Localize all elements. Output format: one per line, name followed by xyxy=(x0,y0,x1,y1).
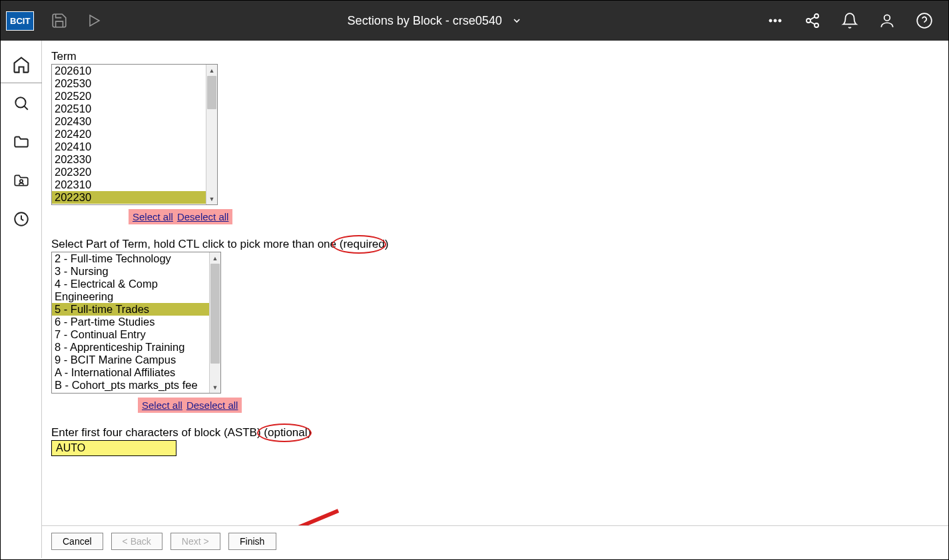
term-scrollbar[interactable]: ▲ ▼ xyxy=(206,65,217,204)
sidebar-user-folder[interactable] xyxy=(1,162,42,199)
back-button: < Back xyxy=(111,533,162,550)
svg-marker-0 xyxy=(90,15,99,26)
page-title-wrap[interactable]: Sections by Block - crse0540 xyxy=(103,14,766,28)
term-option[interactable]: 202530 xyxy=(52,77,206,90)
pot-option[interactable]: 7 - Continual Entry xyxy=(52,328,209,341)
svg-point-6 xyxy=(814,23,818,27)
pot-scrollbar[interactable]: ▲ ▼ xyxy=(209,252,220,393)
svg-point-14 xyxy=(19,180,22,182)
svg-point-2 xyxy=(774,19,777,22)
scroll-up-icon[interactable]: ▲ xyxy=(206,65,217,76)
term-option[interactable]: 202430 xyxy=(52,115,206,128)
pot-option[interactable]: B - Cohort_pts marks_pts fee rules xyxy=(52,379,209,393)
term-option[interactable]: 202610 xyxy=(52,65,206,77)
sidebar-search[interactable] xyxy=(1,85,42,122)
svg-point-12 xyxy=(15,97,25,107)
play-icon[interactable] xyxy=(85,11,103,30)
scroll-down-icon[interactable]: ▼ xyxy=(206,193,217,204)
block-label: Enter first four characters of block (AS… xyxy=(51,426,939,439)
footer: Cancel < Back Next > Finish xyxy=(42,525,948,559)
more-icon[interactable] xyxy=(766,11,785,30)
term-listbox[interactable]: 2026102025302025202025102024302024202024… xyxy=(51,64,218,205)
svg-point-1 xyxy=(769,19,772,22)
term-option[interactable]: 202420 xyxy=(52,128,206,140)
pot-option[interactable]: A - International Affiliates xyxy=(52,366,209,379)
page-title: Sections by Block - crse0540 xyxy=(348,14,502,28)
pot-select-all-link[interactable]: Select all xyxy=(142,400,182,411)
term-option[interactable]: 202410 xyxy=(52,140,206,153)
svg-point-10 xyxy=(917,13,932,28)
finish-button[interactable]: Finish xyxy=(228,533,276,550)
pot-option[interactable]: 9 - BCIT Marine Campus xyxy=(52,354,209,366)
save-icon[interactable] xyxy=(50,11,69,30)
bell-icon[interactable] xyxy=(840,11,859,30)
cancel-button[interactable]: Cancel xyxy=(51,533,103,550)
svg-point-9 xyxy=(884,15,890,21)
svg-point-5 xyxy=(806,19,810,23)
term-select-links: Select all Deselect all xyxy=(129,209,232,224)
share-icon[interactable] xyxy=(803,11,822,30)
pot-option[interactable]: 4 - Electrical & Comp Engineering xyxy=(52,278,209,303)
sidebar-recent[interactable] xyxy=(1,200,42,238)
sidebar-folder[interactable] xyxy=(1,123,42,160)
main-content: Term 20261020253020252020251020243020242… xyxy=(42,41,948,559)
pot-listbox[interactable]: 2 - Full-time Technology3 - Nursing4 - E… xyxy=(51,252,221,394)
pot-select-links: Select all Deselect all xyxy=(138,398,242,413)
scroll-up-icon[interactable]: ▲ xyxy=(210,252,220,264)
term-label: Term xyxy=(51,50,939,63)
sidebar-home[interactable] xyxy=(1,46,42,83)
pot-option[interactable]: 2 - Full-time Technology xyxy=(52,252,209,265)
svg-point-3 xyxy=(779,19,781,22)
pot-option[interactable]: 8 - Apprenticeship Training xyxy=(52,341,209,354)
chevron-down-icon xyxy=(511,15,522,26)
svg-line-8 xyxy=(810,17,815,20)
topbar-right xyxy=(766,11,943,30)
pot-option[interactable]: 6 - Part-time Studies xyxy=(52,316,209,328)
pot-deselect-all-link[interactable]: Deselect all xyxy=(186,400,238,411)
pot-option[interactable]: 3 - Nursing xyxy=(52,265,209,278)
svg-point-4 xyxy=(814,14,818,18)
term-select-all-link[interactable]: Select all xyxy=(133,211,173,222)
topbar-left: BCIT xyxy=(6,11,103,31)
next-button: Next > xyxy=(170,533,220,550)
term-option[interactable]: 202320 xyxy=(52,166,206,178)
svg-line-7 xyxy=(810,22,815,25)
pot-label: Select Part of Term, hold CTL click to p… xyxy=(51,238,939,251)
pot-option[interactable]: 5 - Full-time Trades xyxy=(52,303,209,316)
svg-line-13 xyxy=(24,106,27,109)
sidebar xyxy=(1,41,42,558)
term-option[interactable]: 202230 xyxy=(52,191,206,204)
user-icon[interactable] xyxy=(878,11,896,30)
block-input[interactable] xyxy=(51,440,176,456)
scroll-down-icon[interactable]: ▼ xyxy=(210,382,220,393)
topbar: BCIT Sections by Block - crse0540 xyxy=(1,1,948,41)
term-option[interactable]: 202330 xyxy=(52,153,206,166)
term-option[interactable]: 202310 xyxy=(52,178,206,191)
help-icon[interactable] xyxy=(915,11,934,30)
term-deselect-all-link[interactable]: Deselect all xyxy=(177,211,229,222)
term-option[interactable]: 202520 xyxy=(52,90,206,103)
term-option[interactable]: 202510 xyxy=(52,103,206,115)
logo: BCIT xyxy=(6,11,34,31)
